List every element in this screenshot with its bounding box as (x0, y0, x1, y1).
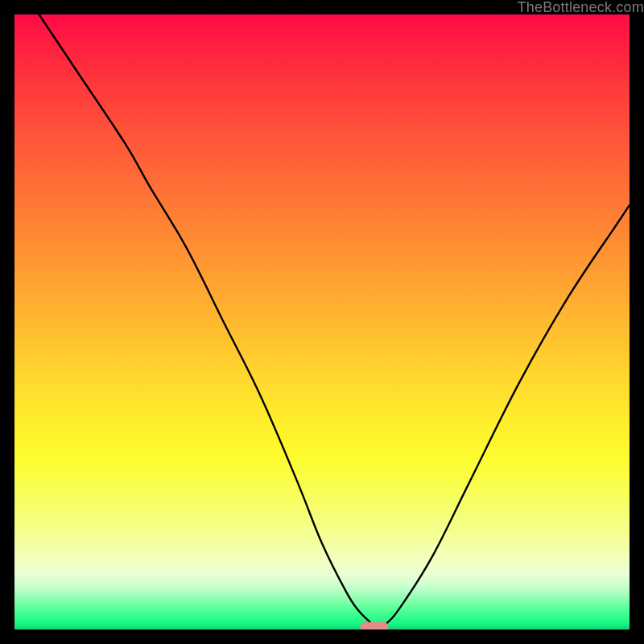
baseline-marker (360, 622, 388, 630)
plot-area (14, 14, 630, 630)
watermark-label: TheBottleneck.com (518, 0, 644, 16)
bottleneck-curve (14, 14, 630, 630)
curve-path (39, 14, 630, 630)
chart-frame: TheBottleneck.com (0, 0, 644, 644)
